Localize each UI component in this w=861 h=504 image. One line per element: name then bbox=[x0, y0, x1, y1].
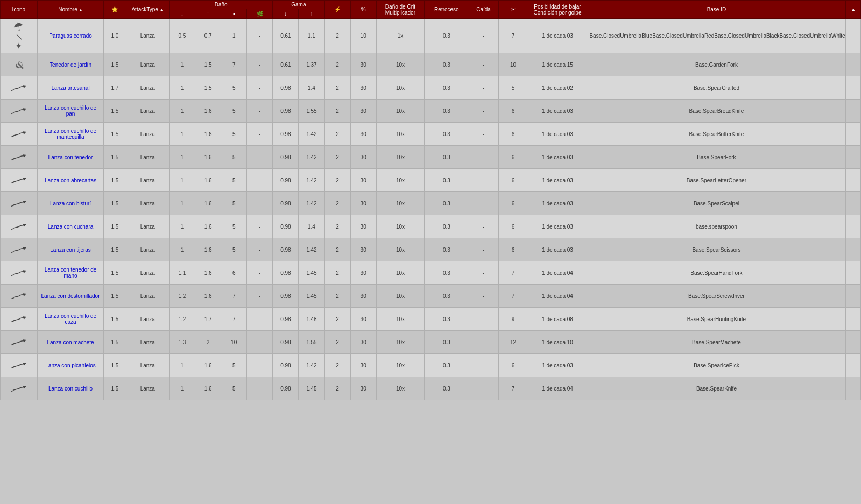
cell-crit: 10x bbox=[376, 146, 425, 169]
th-gama-up[interactable]: ↑ bbox=[299, 9, 324, 19]
cell-star: 1.5 bbox=[104, 377, 126, 400]
cell-dano-down: 1 bbox=[169, 169, 195, 192]
cell-gama-up: 1.42 bbox=[299, 169, 324, 192]
cell-icon: ━━━━━━▶ bbox=[1, 76, 38, 100]
cell-dano-down: 0.5 bbox=[169, 19, 195, 53]
cell-nombre[interactable]: Lanza con cuchara bbox=[37, 215, 104, 238]
cell-extra bbox=[846, 19, 861, 53]
cell-gama-down: 0.98 bbox=[273, 169, 299, 192]
cell-nombre[interactable]: Lanza con cuchillo de pan bbox=[37, 100, 104, 123]
cell-nombre[interactable]: Lanza con abrecartas bbox=[37, 169, 104, 192]
cell-gama-down: 0.98 bbox=[273, 285, 299, 308]
cell-caida: - bbox=[469, 169, 498, 192]
cell-icon: ━━━━━━▶ bbox=[1, 354, 38, 377]
th-caida[interactable]: Caída bbox=[469, 1, 498, 19]
table-row: ━━━━━━▶ Lanza artesanal 1.7 Lanza 1 1.5 … bbox=[1, 76, 861, 100]
th-posib[interactable]: Posibilidad de bajar Condición por golpe bbox=[528, 1, 587, 19]
cell-pct: 30 bbox=[350, 331, 376, 354]
cell-retroceso: 0.3 bbox=[425, 146, 469, 169]
cell-icon: 𝛗 bbox=[1, 53, 38, 76]
th-dano-leaf[interactable]: 🌿 bbox=[247, 9, 273, 19]
cell-icon: ━━━━━━▶ bbox=[1, 192, 38, 215]
cell-nombre[interactable]: Lanza artesanal bbox=[37, 76, 104, 100]
th-attacktype[interactable]: AttackType bbox=[126, 1, 169, 19]
cell-nombre[interactable]: Lanza con bisturí bbox=[37, 192, 104, 215]
cell-icon: ━━━━━━▶ bbox=[1, 285, 38, 308]
th-baseid[interactable]: Base ID bbox=[587, 1, 846, 19]
cell-dano-down: 1.2 bbox=[169, 308, 195, 331]
cell-caida: - bbox=[469, 19, 498, 53]
th-retroceso[interactable]: Retroceso bbox=[425, 1, 469, 19]
cell-caida: - bbox=[469, 308, 498, 331]
th-nombre[interactable]: Nombre bbox=[37, 1, 104, 19]
cell-dano-box: 7 bbox=[221, 53, 247, 76]
cell-dano-up: 0.7 bbox=[195, 19, 221, 53]
cell-nombre[interactable]: Lanza con destornillador bbox=[37, 285, 104, 308]
cell-dano-up: 1.5 bbox=[195, 76, 221, 100]
cell-caida: - bbox=[469, 238, 498, 261]
cell-retroceso: 0.3 bbox=[425, 192, 469, 215]
cell-icon: ━━━━━━▶ bbox=[1, 169, 38, 192]
th-icono[interactable]: Icono bbox=[1, 1, 38, 19]
cell-crit: 10x bbox=[376, 53, 425, 76]
cell-extra bbox=[846, 76, 861, 100]
cell-nombre[interactable]: Lanza con cuchillo de mantequilla bbox=[37, 123, 104, 146]
cell-star: 1.0 bbox=[104, 19, 126, 53]
cell-scissors: 6 bbox=[498, 100, 528, 123]
cell-bolt: 2 bbox=[324, 19, 350, 53]
cell-baseid: Base.SpearButterKnife bbox=[587, 123, 846, 146]
cell-bolt: 2 bbox=[324, 192, 350, 215]
cell-nombre[interactable]: Paraguas cerrado bbox=[37, 19, 104, 53]
cell-posib: 1 de cada 03 bbox=[528, 100, 587, 123]
cell-caida: - bbox=[469, 76, 498, 100]
th-scissors[interactable]: ✂ bbox=[498, 1, 528, 19]
cell-bolt: 2 bbox=[324, 146, 350, 169]
cell-nombre[interactable]: Lanza con cuchillo de caza bbox=[37, 308, 104, 331]
cell-retroceso: 0.3 bbox=[425, 377, 469, 400]
cell-pct: 30 bbox=[350, 123, 376, 146]
cell-gama-up: 1.42 bbox=[299, 354, 324, 377]
cell-bolt: 2 bbox=[324, 100, 350, 123]
table-row: ━━━━━━▶ Lanza con tenedor de mano 1.5 La… bbox=[1, 261, 861, 285]
cell-pct: 30 bbox=[350, 100, 376, 123]
th-bolt[interactable]: ⚡ bbox=[324, 1, 350, 19]
cell-dano-down: 1 bbox=[169, 192, 195, 215]
cell-crit: 10x bbox=[376, 377, 425, 400]
cell-scissors: 6 bbox=[498, 146, 528, 169]
cell-nombre[interactable]: Lanza con machete bbox=[37, 331, 104, 354]
cell-baseid: Base.SpearScalpel bbox=[587, 192, 846, 215]
cell-dano-down: 1.1 bbox=[169, 261, 195, 285]
cell-retroceso: 0.3 bbox=[425, 169, 469, 192]
cell-gama-up: 1.45 bbox=[299, 285, 324, 308]
cell-bolt: 2 bbox=[324, 76, 350, 100]
th-dano-up[interactable]: ↑ bbox=[195, 9, 221, 19]
cell-dano-down: 1 bbox=[169, 215, 195, 238]
th-star[interactable]: ⭐ bbox=[104, 1, 126, 19]
cell-crit: 10x bbox=[376, 76, 425, 100]
th-crit[interactable]: Daño de Crit Multiplicador bbox=[376, 1, 425, 19]
th-pct[interactable]: % bbox=[350, 1, 376, 19]
cell-pct: 30 bbox=[350, 215, 376, 238]
cell-nombre[interactable]: Lanza con cuchillo bbox=[37, 377, 104, 400]
cell-nombre[interactable]: Lanza con picahielos bbox=[37, 354, 104, 377]
cell-nombre[interactable]: Lanza con tenedor de mano bbox=[37, 261, 104, 285]
th-dano-box[interactable]: ▪ bbox=[221, 9, 247, 19]
cell-retroceso: 0.3 bbox=[425, 19, 469, 53]
cell-caida: - bbox=[469, 331, 498, 354]
cell-pct: 30 bbox=[350, 146, 376, 169]
cell-nombre[interactable]: Lanza con tijeras bbox=[37, 238, 104, 261]
cell-dano-box: 10 bbox=[221, 331, 247, 354]
th-gama-down[interactable]: ↓ bbox=[273, 9, 299, 19]
cell-dano-box: 5 bbox=[221, 146, 247, 169]
cell-nombre[interactable]: Lanza con tenedor bbox=[37, 146, 104, 169]
cell-extra bbox=[846, 261, 861, 285]
cell-scissors: 10 bbox=[498, 53, 528, 76]
cell-crit: 10x bbox=[376, 238, 425, 261]
cell-bolt: 2 bbox=[324, 377, 350, 400]
cell-nombre[interactable]: Tenedor de jardín bbox=[37, 53, 104, 76]
th-dano-down[interactable]: ↓ bbox=[169, 9, 195, 19]
header-row-top: Icono Nombre ⭐ AttackType Daño Gama ⚡ % … bbox=[1, 1, 861, 9]
cell-dano-box: 7 bbox=[221, 308, 247, 331]
cell-star: 1.7 bbox=[104, 76, 126, 100]
cell-bolt: 2 bbox=[324, 238, 350, 261]
